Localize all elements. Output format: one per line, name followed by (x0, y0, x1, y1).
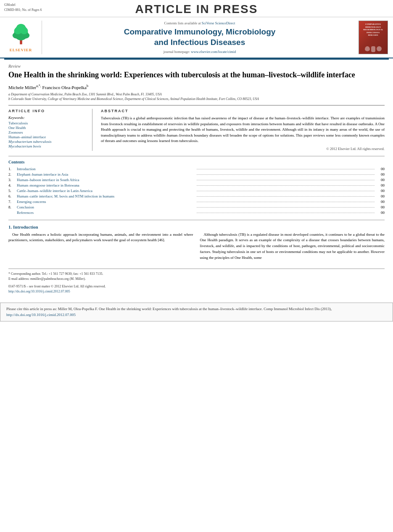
toc-dots (197, 174, 375, 175)
corresponding-note: * Corresponding author. Tel.: +1 561 727… (8, 271, 385, 277)
cover-title-text: COMPARATIVEIMMUNOLOGYMICROBIOLOGY &INFEC… (362, 22, 384, 38)
journal-homepage: journal homepage: www.elsevier.com/locat… (46, 50, 353, 54)
toc-item: 7. Emerging concerns 00 (8, 200, 385, 204)
intro-left-col: One Health embraces a holistic approach … (8, 232, 193, 264)
toc-item: 8. Conclusion 00 (8, 205, 385, 209)
section-divider-2 (8, 220, 385, 220)
toc-dots (197, 207, 375, 208)
journal-url[interactable]: www.elsevier.com/locate/cimid (191, 50, 236, 54)
toc-text[interactable]: Elephant–human interface in Asia (17, 172, 195, 176)
elsevier-logo: ELSEVIER (4, 21, 42, 54)
doi-url[interactable]: http://dx.doi.org/10.1016/j.cimid.2012.0… (8, 289, 385, 294)
toc-page: 00 (376, 167, 385, 171)
toc-page: 00 (376, 183, 385, 187)
toc-page: 00 (376, 205, 385, 209)
abstract-text: Tuberculosis (TB) is a global anthropozo… (101, 116, 385, 144)
contents-section: Contents 1. Introduction 00 2. Elephant–… (8, 160, 385, 215)
citation-box: Please cite this article in press as: Mi… (0, 303, 393, 321)
keyword-item[interactable]: Mycobacterium bovis (8, 144, 87, 148)
section-divider-1 (8, 156, 385, 156)
affil-b: b Colorado State University, College of … (8, 97, 385, 101)
elsevier-text: ELSEVIER (10, 48, 32, 52)
toc-item: 4. Human–mongoose interface in Botswana … (8, 183, 385, 187)
toc-num: 4. (8, 183, 17, 187)
toc-text[interactable]: Human–mongoose interface in Botswana (17, 183, 195, 187)
author2-sup: b (87, 84, 88, 88)
contents-title: Contents (8, 160, 385, 164)
citation-text: Please cite this article in press as: Mi… (6, 307, 332, 311)
elsevier-tree-icon (8, 23, 34, 46)
gmodel-info: GModel CIMID-881; No. of Pages 6 (4, 3, 100, 13)
toc-num: 6. (8, 194, 17, 198)
intro-para2: Although tuberculosis (TB) is a regulate… (200, 232, 385, 261)
article-id: CIMID-881; (4, 8, 21, 12)
toc-text[interactable]: Emerging concerns (17, 200, 195, 204)
toc-text[interactable]: Cattle–human–wildlife interface in Latin… (17, 189, 195, 193)
citation-url[interactable]: http://dx.doi.org/10.1016/j.cimid.2012.0… (6, 313, 76, 317)
keyword-item[interactable]: One Health (8, 126, 87, 130)
article-info-column: ARTICLE INFO Keywords: TuberculosisOne H… (8, 109, 92, 151)
toc-page: 00 (376, 194, 385, 198)
journal-cover-image: COMPARATIVEIMMUNOLOGYMICROBIOLOGY &INFEC… (359, 21, 388, 54)
keyword-item[interactable]: Zoonoses (8, 130, 87, 134)
keyword-item[interactable]: Tuberculosis (8, 121, 87, 125)
authors-line: Michele Millera,*, Francisco Olea-Popelk… (8, 84, 385, 90)
journal-header: ELSEVIER Contents lists available at Sci… (0, 17, 393, 58)
keyword-item[interactable]: Human–animal interface (8, 135, 87, 139)
article-info-heading: ARTICLE INFO (8, 109, 87, 113)
toc-num: 5. (8, 189, 17, 193)
intro-heading: 1. Introduction (8, 224, 385, 229)
toc-dots (197, 191, 375, 191)
toc-text[interactable]: Conclusion (17, 205, 195, 209)
article-info-abstract-section: ARTICLE INFO Keywords: TuberculosisOne H… (8, 105, 385, 151)
toc-list: 1. Introduction 00 2. Elephant–human int… (8, 167, 385, 215)
intro-para1: One Health embraces a holistic approach … (8, 232, 193, 244)
review-label: Review (8, 64, 385, 68)
pages-label: No. of Pages 6 (22, 8, 42, 12)
email-note: E-mail address: mmiller@palmbeachzoo.org… (8, 277, 385, 282)
toc-item: 5. Cattle–human–wildlife interface in La… (8, 189, 385, 193)
paper-content: Review One Health in the shrinking world… (0, 60, 393, 298)
abstract-heading: ABSTRACT (101, 109, 385, 113)
toc-dots (197, 169, 375, 169)
toc-dots (197, 213, 375, 213)
gmodel-label: GModel (4, 3, 16, 7)
toc-item: 2. Elephant–human interface in Asia 00 (8, 172, 385, 176)
cover-animals (359, 46, 388, 52)
top-bar: GModel CIMID-881; No. of Pages 6 ARTICLE… (0, 0, 393, 17)
journal-cover: COMPARATIVEIMMUNOLOGYMICROBIOLOGY &INFEC… (357, 21, 389, 54)
toc-dots (197, 180, 375, 180)
doi-line: 0147-9571/$ – see front matter © 2012 El… (8, 284, 385, 289)
abstract-column: ABSTRACT Tuberculosis (TB) is a global a… (101, 109, 385, 151)
toc-text[interactable]: Human–baboon interface in South Africa (17, 178, 195, 182)
sciverse-link[interactable]: SciVerse ScienceDirect (202, 21, 235, 25)
toc-page: 00 (376, 172, 385, 176)
toc-item: 3. Human–baboon interface in South Afric… (8, 178, 385, 182)
copyright-line: © 2012 Elsevier Ltd. All rights reserved… (101, 147, 385, 151)
toc-text[interactable]: Introduction (17, 167, 195, 171)
author1-name: Michele Miller (8, 85, 36, 90)
affiliations: a Department of Conservation Medicine, P… (8, 92, 385, 101)
introduction-section: 1. Introduction One Health embraces a ho… (8, 224, 385, 264)
footnotes: * Corresponding author. Tel.: +1 561 727… (8, 269, 385, 294)
toc-page: 00 (376, 189, 385, 193)
toc-dots (197, 185, 375, 186)
toc-item: 6. Human–cattle interface; M. bovis and … (8, 194, 385, 198)
toc-num: 2. (8, 172, 17, 176)
author2-name: Francisco Olea-Popelka (42, 85, 87, 90)
author1-sup: a,*, (36, 84, 41, 88)
journal-title: Comparative Immunology, Microbiology and… (46, 27, 353, 47)
keywords-list: TuberculosisOne HealthZoonosesHuman–anim… (8, 121, 87, 148)
toc-item: 1. Introduction 00 (8, 167, 385, 171)
keywords-label: Keywords: (8, 116, 87, 120)
toc-page: 00 (376, 178, 385, 182)
keyword-item[interactable]: Mycobacterium tuberculosis (8, 140, 87, 144)
toc-page: 00 (376, 200, 385, 204)
toc-num: 1. (8, 167, 17, 171)
toc-num: 7. (8, 200, 17, 204)
toc-dots (197, 202, 375, 202)
toc-text[interactable]: Human–cattle interface; M. bovis and NTM… (17, 194, 195, 198)
toc-text[interactable]: References (17, 211, 195, 215)
toc-num: 3. (8, 178, 17, 182)
paper-title: One Health in the shrinking world: Exper… (8, 70, 385, 80)
